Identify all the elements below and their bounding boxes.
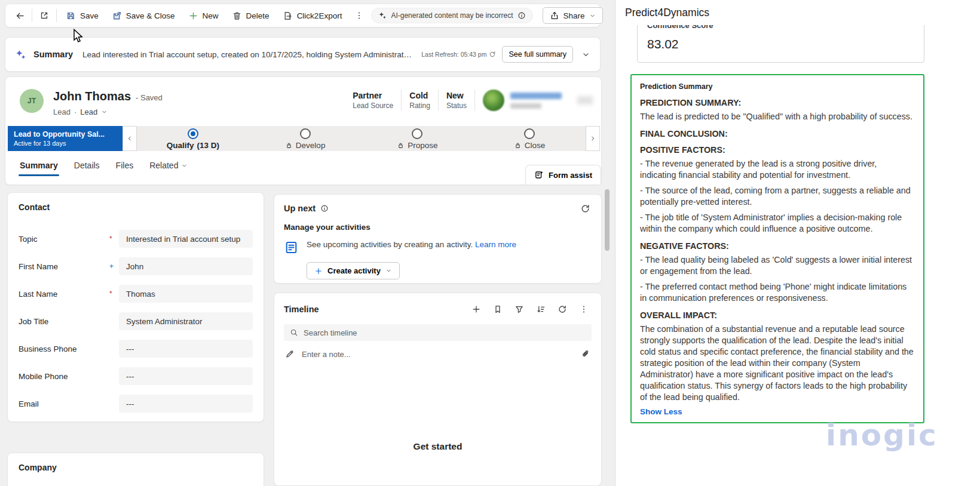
save-close-button[interactable]: Save & Close	[106, 8, 180, 24]
stage-duration: (13 D)	[197, 141, 220, 150]
stage-name: Propose	[408, 141, 437, 150]
vertical-scrollbar[interactable]	[605, 189, 610, 251]
field-value-topic[interactable]: Interested in Trial account setup	[119, 230, 253, 248]
bpf-stage-propose[interactable]: Propose	[362, 126, 474, 151]
create-activity-label: Create activity	[327, 266, 381, 275]
bookmark-button[interactable]	[490, 302, 506, 317]
pencil-icon	[285, 349, 295, 359]
refresh-button[interactable]	[555, 302, 570, 317]
back-icon	[15, 11, 25, 21]
tab-summary[interactable]: Summary	[20, 161, 58, 176]
paperclip-icon[interactable]	[581, 349, 590, 359]
chevron-down-icon	[181, 162, 188, 169]
redacted-subtitle	[510, 103, 541, 109]
refresh-icon	[558, 304, 567, 314]
open-record-button[interactable]	[36, 7, 53, 24]
up-next-title: Up next	[284, 204, 316, 213]
create-activity-button[interactable]: Create activity	[307, 262, 400, 279]
summary-title: Summary	[33, 50, 73, 59]
field-label: Topic	[19, 235, 109, 244]
more-commands-button[interactable]	[351, 7, 368, 24]
entity-form-selector[interactable]: Lead · Lead	[53, 107, 108, 116]
owner-avatar	[483, 90, 504, 111]
timeline-search-placeholder: Search timeline	[304, 328, 357, 337]
up-next-body-text: See upcoming activities by creating an a…	[307, 240, 473, 249]
timeline-search-input[interactable]: Search timeline	[284, 324, 592, 341]
timeline-header: Timeline	[284, 302, 592, 317]
field-value-last-name[interactable]: Thomas	[119, 285, 253, 303]
lock-icon	[514, 142, 522, 149]
save-label: Save	[80, 11, 99, 20]
share-label: Share	[564, 11, 585, 20]
more-vertical-button[interactable]	[576, 302, 592, 317]
stat-label: Rating	[409, 101, 430, 110]
field-marker: *	[109, 235, 119, 243]
bpf-stage-develop[interactable]: Develop	[249, 126, 362, 151]
chevron-down-icon[interactable]	[581, 50, 590, 59]
dot-separator: ·	[74, 107, 76, 116]
filter-button[interactable]	[512, 302, 527, 317]
info-icon[interactable]	[320, 204, 329, 213]
delete-icon	[232, 11, 242, 21]
copilot-summary-bar: Summary Lead interested in Trial account…	[5, 37, 601, 72]
refresh-icon[interactable]	[580, 204, 590, 214]
delete-button[interactable]: Delete	[226, 8, 275, 24]
bpf-scroll-left-button[interactable]	[122, 126, 137, 151]
bpf-process-box[interactable]: Lead to Opportunity Sal... Active for 13…	[8, 126, 122, 151]
bpf-scroll-right-button[interactable]	[586, 126, 600, 151]
tab-files[interactable]: Files	[116, 161, 134, 176]
add-icon	[314, 267, 323, 275]
field-value-mobile-phone[interactable]: ---	[119, 367, 253, 385]
form-name: Lead	[80, 107, 97, 116]
field-marker: *	[109, 290, 119, 298]
chevron-down-icon	[385, 267, 392, 274]
form-tabs: SummaryDetailsFilesRelated	[20, 161, 188, 176]
field-value-email[interactable]: ---	[119, 395, 253, 413]
field-value-business-phone[interactable]: ---	[119, 340, 253, 358]
note-input[interactable]: Enter a note...	[302, 350, 574, 359]
click2export-button[interactable]: Click2Export	[277, 8, 348, 24]
back-button[interactable]	[11, 7, 28, 24]
tab-related[interactable]: Related	[149, 161, 188, 176]
field-label: Business Phone	[19, 344, 109, 353]
add-button[interactable]	[468, 302, 484, 317]
owner-name-redacted	[510, 93, 562, 109]
entity-name: Lead	[53, 107, 71, 116]
show-less-link[interactable]: Show Less	[640, 407, 915, 416]
ai-notice-text: AI-generated content may be incorrect	[391, 11, 513, 20]
tab-details[interactable]: Details	[74, 161, 100, 176]
share-button[interactable]: Share	[543, 7, 603, 24]
summary-text: Lead interested in Trial account setup, …	[82, 50, 415, 59]
stat-value: Partner	[353, 91, 393, 100]
learn-more-link[interactable]: Learn more	[475, 240, 516, 249]
stat-value: Cold	[409, 91, 430, 100]
add-icon	[471, 304, 481, 314]
bpf-stage-qualify[interactable]: Qualify(13 D)	[137, 126, 249, 151]
click2export-label: Click2Export	[297, 11, 342, 20]
refresh-icon[interactable]	[489, 51, 496, 58]
last-refresh-text: Last Refresh: 05:43 pm	[421, 51, 486, 58]
chevron-right-icon	[589, 135, 596, 142]
timeline-title: Timeline	[284, 304, 319, 314]
company-section-title: Company	[19, 463, 253, 472]
see-full-summary-button[interactable]: See full summary	[502, 46, 573, 63]
more-vertical-icon	[579, 304, 589, 314]
header-stats: PartnerLead SourceColdRatingNewStatus	[353, 87, 593, 113]
stage-label: Propose	[397, 141, 437, 150]
field-value-job-title[interactable]: System Administrator	[119, 312, 253, 330]
form-assist-button[interactable]: Form assist	[525, 165, 601, 184]
sort-button[interactable]	[533, 302, 549, 317]
up-next-body-row: See upcoming activities by creating an a…	[284, 240, 592, 255]
save-button[interactable]: Save	[60, 8, 104, 24]
timeline-toolbar	[468, 302, 592, 317]
save-close-label: Save & Close	[126, 11, 175, 20]
up-next-card: Up next Manage your activities See upcom…	[274, 194, 602, 284]
info-icon[interactable]	[517, 11, 526, 20]
owner-info[interactable]	[483, 90, 593, 111]
new-button[interactable]: New	[183, 8, 224, 24]
bpf-stage-close[interactable]: Close	[473, 126, 586, 151]
field-value-first-name[interactable]: John	[119, 257, 253, 275]
form-assist-label: Form assist	[549, 171, 592, 180]
prediction-paragraph: - The revenue generated by the lead is a…	[640, 158, 915, 181]
panel-title: Predict4Dynamics	[625, 7, 709, 19]
